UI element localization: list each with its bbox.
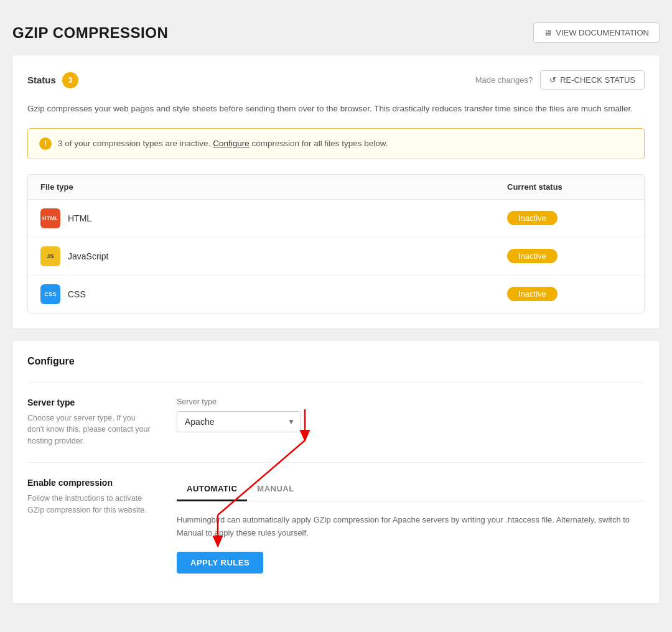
html-file-name: HTML <box>68 213 91 223</box>
table-row: CSS CSS Inactive <box>28 276 644 313</box>
col-header-file-type: File type <box>40 182 507 192</box>
css-file-name: CSS <box>68 289 86 299</box>
enable-compression-row: Enable compression Follow the instructio… <box>27 462 645 589</box>
enable-compression-label: Enable compression <box>27 478 152 488</box>
html-file-icon: HTML <box>40 208 60 228</box>
table-row: JS JavaScript Inactive <box>28 238 644 276</box>
js-file-name: JavaScript <box>68 251 108 261</box>
col-header-status: Current status <box>507 182 632 192</box>
docs-icon: 🖥 <box>544 28 552 37</box>
server-type-control-label: Server type <box>177 397 645 406</box>
recheck-label: RE-CHECK STATUS <box>560 75 635 85</box>
configure-section: Configure Server type Choose your server… <box>12 341 660 604</box>
apply-rules-button[interactable]: APPLY RULES <box>177 552 263 574</box>
server-type-select[interactable]: Apache Nginx IIS <box>177 411 301 432</box>
server-type-label: Server type <box>27 397 152 407</box>
server-type-select-wrapper: Apache Nginx IIS ▼ <box>177 411 301 432</box>
recheck-icon: ↺ <box>549 75 556 85</box>
status-card: Status 3 Made changes? ↺ RE-CHECK STATUS… <box>12 55 660 328</box>
warning-text: 3 of your compression types are inactive… <box>58 139 388 148</box>
page-title: GZIP COMPRESSION <box>12 24 168 42</box>
compression-description: Hummingbird can automatically apply GZip… <box>177 514 645 540</box>
made-changes-text: Made changes? <box>475 75 533 85</box>
tab-manual[interactable]: MANUAL <box>247 478 304 501</box>
table-row: HTML HTML Inactive <box>28 200 644 238</box>
tab-automatic[interactable]: AUTOMATIC <box>177 478 247 501</box>
status-count-badge: 3 <box>62 72 78 88</box>
compression-tabs: AUTOMATIC MANUAL <box>177 478 645 501</box>
description-text: Gzip compresses your web pages and style… <box>27 102 645 116</box>
enable-compression-desc: Follow the instructions to activate GZip… <box>27 493 152 516</box>
status-label: Status <box>27 75 56 85</box>
file-type-table: File type Current status HTML HTML Inact… <box>27 174 645 314</box>
warning-box: ! 3 of your compression types are inacti… <box>27 128 645 159</box>
view-documentation-button[interactable]: 🖥 VIEW DOCUMENTATION <box>533 22 660 43</box>
css-file-icon: CSS <box>40 284 60 304</box>
server-type-row: Server type Choose your server type. If … <box>27 382 645 462</box>
configure-title: Configure <box>27 356 645 367</box>
js-status-badge: Inactive <box>507 249 558 263</box>
server-type-desc: Choose your server type. If you don't kn… <box>27 412 152 447</box>
css-status-badge: Inactive <box>507 287 558 301</box>
js-file-icon: JS <box>40 246 60 266</box>
recheck-status-button[interactable]: ↺ RE-CHECK STATUS <box>540 70 645 90</box>
configure-link[interactable]: Configure <box>213 139 250 148</box>
warning-icon: ! <box>39 137 52 150</box>
html-status-badge: Inactive <box>507 211 558 225</box>
view-docs-label: VIEW DOCUMENTATION <box>556 28 649 37</box>
